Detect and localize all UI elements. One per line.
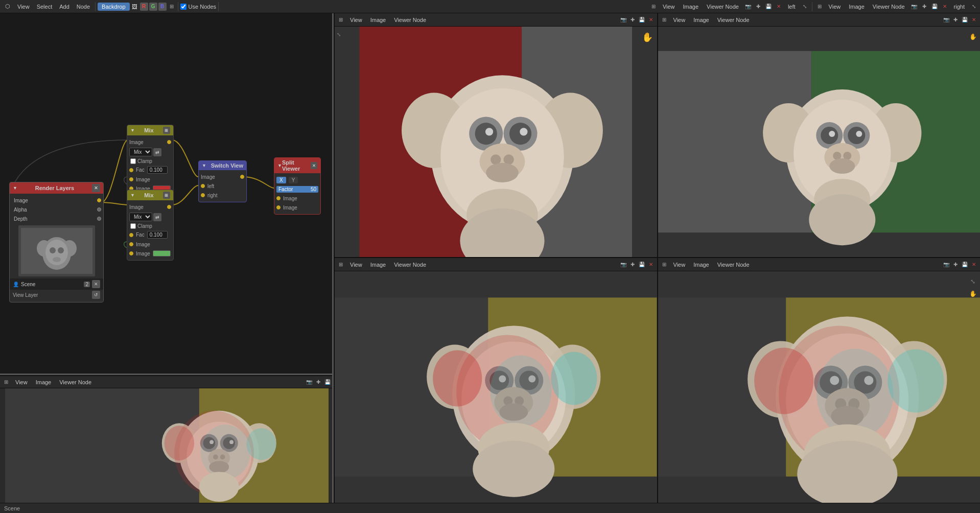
mix1-image1-socket[interactable] bbox=[129, 177, 133, 181]
mix2-image1-socket[interactable] bbox=[129, 242, 133, 246]
br-new-icon[interactable]: ✚ bbox=[951, 261, 960, 269]
mix2-image2-socket[interactable] bbox=[129, 251, 133, 255]
mix1-icon[interactable]: ⊞ bbox=[163, 127, 170, 134]
menu-add[interactable]: Add bbox=[56, 3, 73, 11]
switch-view-header[interactable]: ▼ Switch View bbox=[199, 161, 246, 170]
tl-save-icon[interactable]: 💾 bbox=[638, 16, 646, 24]
icon-render-r1[interactable]: 📷 bbox=[744, 3, 752, 11]
tl-camera-icon[interactable]: 📷 bbox=[619, 16, 627, 24]
icon-g[interactable]: G bbox=[149, 3, 157, 11]
icon-render-r2[interactable]: 📷 bbox=[910, 3, 918, 11]
bl-view-btn[interactable]: View bbox=[347, 261, 365, 269]
render-output-depth-socket[interactable] bbox=[97, 217, 101, 221]
camera-r1[interactable]: left bbox=[785, 3, 799, 11]
icon-save-r2[interactable]: 💾 bbox=[930, 3, 939, 11]
bottom-left-viewer[interactable]: ⊞ View Image Viewer Node 📷 ✚ 💾 ✕ bbox=[335, 258, 657, 503]
br-camera-icon[interactable]: 📷 bbox=[942, 261, 950, 269]
mix2-color-swatch[interactable] bbox=[153, 250, 171, 256]
view-menu-r2[interactable]: View bbox=[826, 3, 844, 11]
tl-view-icon[interactable]: ⊞ bbox=[337, 16, 345, 24]
switch-left-socket[interactable] bbox=[201, 184, 205, 188]
br-view-btn[interactable]: View bbox=[670, 261, 689, 269]
switch-output-socket[interactable] bbox=[240, 175, 244, 179]
mix2-fac-input[interactable] bbox=[147, 231, 168, 239]
top-right-viewer[interactable]: ⊞ View Image Viewer Node 📷 ✚ 💾 ✕ bbox=[657, 13, 981, 257]
node-canvas[interactable]: ▼ Render Layers ✕ Image Alpha Depth bbox=[0, 13, 334, 503]
tr-image-btn[interactable]: Image bbox=[690, 16, 712, 24]
scene-close-btn[interactable]: ✕ bbox=[92, 280, 100, 288]
view-layer-btn[interactable]: ↺ bbox=[92, 291, 100, 299]
backdrop-button[interactable]: Backdrop bbox=[98, 3, 129, 11]
icon-r[interactable]: R bbox=[140, 3, 148, 11]
camera-r2[interactable]: right bbox=[951, 3, 968, 11]
mix1-mode-select[interactable]: Mix bbox=[129, 148, 152, 156]
menu-select[interactable]: Select bbox=[34, 3, 56, 11]
bottom-right-viewer[interactable]: ⊞ View Image Viewer Node 📷 ✚ 💾 ✕ bbox=[657, 258, 981, 503]
br-save-icon[interactable]: 💾 bbox=[961, 261, 969, 269]
icon-resize-r2[interactable]: ⤡ bbox=[970, 3, 978, 11]
br-close-icon[interactable]: ✕ bbox=[970, 261, 978, 269]
tl-image-btn[interactable]: Image bbox=[367, 16, 389, 24]
bl-new-icon[interactable]: ✚ bbox=[628, 261, 637, 269]
close-r1[interactable]: ✕ bbox=[775, 3, 783, 11]
tl-resize-icon[interactable]: ⤡ bbox=[337, 32, 341, 37]
split-viewer-header[interactable]: ▼ Split Viewer ✕ bbox=[274, 158, 320, 173]
mix1-fac-input[interactable] bbox=[147, 166, 168, 174]
viewer-node-r2[interactable]: Viewer Node bbox=[870, 3, 908, 11]
tl-view-btn[interactable]: View bbox=[347, 16, 365, 24]
tr-view-btn[interactable]: View bbox=[670, 16, 689, 24]
tr-camera-icon[interactable]: 📷 bbox=[942, 16, 950, 24]
icon-image[interactable]: 🖼 bbox=[131, 3, 139, 11]
left-backdrop-area[interactable]: ⊞ View Image Viewer Node 📷 ✚ 💾 bbox=[0, 375, 334, 503]
mix1-output-socket[interactable] bbox=[167, 140, 171, 144]
split-viewer-close[interactable]: ✕ bbox=[311, 162, 317, 169]
use-nodes-checkbox[interactable] bbox=[180, 4, 186, 10]
blender-logo[interactable]: ⬡ bbox=[2, 2, 13, 11]
tl-close-icon[interactable]: ✕ bbox=[647, 16, 655, 24]
tl-hand-cursor[interactable]: ✋ bbox=[642, 32, 653, 43]
bl-close-icon[interactable]: ✕ bbox=[647, 261, 655, 269]
left-bd-image[interactable]: Image bbox=[33, 378, 55, 386]
br-view-icon[interactable]: ⊞ bbox=[660, 261, 668, 269]
split-y-btn[interactable]: Y bbox=[289, 177, 298, 183]
view-menu-r1[interactable]: View bbox=[660, 3, 678, 11]
icon-view2[interactable]: ⊞ bbox=[815, 3, 824, 11]
bl-camera-icon[interactable]: 📷 bbox=[619, 261, 627, 269]
left-bd-view[interactable]: View bbox=[12, 378, 31, 386]
mix1-shuffle[interactable]: ⇄ bbox=[153, 148, 161, 156]
tr-sidebar-icon[interactable]: ✋ bbox=[968, 32, 978, 42]
icon-view-mode[interactable]: ⊞ bbox=[168, 3, 176, 11]
mix1-clamp-checkbox[interactable] bbox=[130, 158, 136, 164]
render-output-alpha-socket[interactable] bbox=[97, 207, 101, 212]
view-label-r1[interactable]: Image bbox=[680, 3, 702, 11]
icon-save-r1[interactable]: 💾 bbox=[764, 3, 773, 11]
tr-new-icon[interactable]: ✚ bbox=[951, 16, 960, 24]
menu-view[interactable]: View bbox=[14, 3, 33, 11]
switch-right-socket[interactable] bbox=[201, 193, 205, 197]
split-image2-socket[interactable] bbox=[276, 205, 281, 209]
render-node-icon[interactable]: ✕ bbox=[92, 184, 100, 192]
left-bd-icon2[interactable]: ✚ bbox=[314, 378, 322, 386]
split-factor-field[interactable]: Factor 50 bbox=[276, 186, 318, 193]
top-left-viewer[interactable]: ⊞ View Image Viewer Node 📷 ✚ 💾 ✕ bbox=[335, 13, 657, 257]
icon-new-r1[interactable]: ✚ bbox=[754, 3, 762, 11]
left-bd-icon[interactable]: ⊞ bbox=[2, 378, 10, 386]
icon-new-r2[interactable]: ✚ bbox=[920, 3, 928, 11]
close-r2[interactable]: ✕ bbox=[941, 3, 949, 11]
tr-close-icon[interactable]: ✕ bbox=[970, 16, 978, 24]
split-x-btn[interactable]: X bbox=[276, 177, 286, 183]
menu-node[interactable]: Node bbox=[74, 3, 93, 11]
br-resize-icon[interactable]: ⤡ bbox=[968, 276, 978, 287]
mix1-fac-socket[interactable] bbox=[129, 168, 133, 172]
viewer-node-r1[interactable]: Viewer Node bbox=[704, 3, 742, 11]
bl-save-icon[interactable]: 💾 bbox=[638, 261, 646, 269]
mix2-shuffle[interactable]: ⇄ bbox=[153, 213, 161, 221]
tr-save-icon[interactable]: 💾 bbox=[961, 16, 969, 24]
mix2-fac-socket[interactable] bbox=[129, 233, 133, 237]
render-layers-header[interactable]: ▼ Render Layers ✕ bbox=[10, 182, 103, 194]
left-bd-icon3[interactable]: 💾 bbox=[323, 378, 332, 386]
mix2-icon[interactable]: ⊞ bbox=[163, 192, 170, 199]
icon-view1[interactable]: ⊞ bbox=[649, 3, 658, 11]
split-image1-socket[interactable] bbox=[276, 196, 281, 200]
left-right-divider[interactable] bbox=[332, 13, 334, 503]
